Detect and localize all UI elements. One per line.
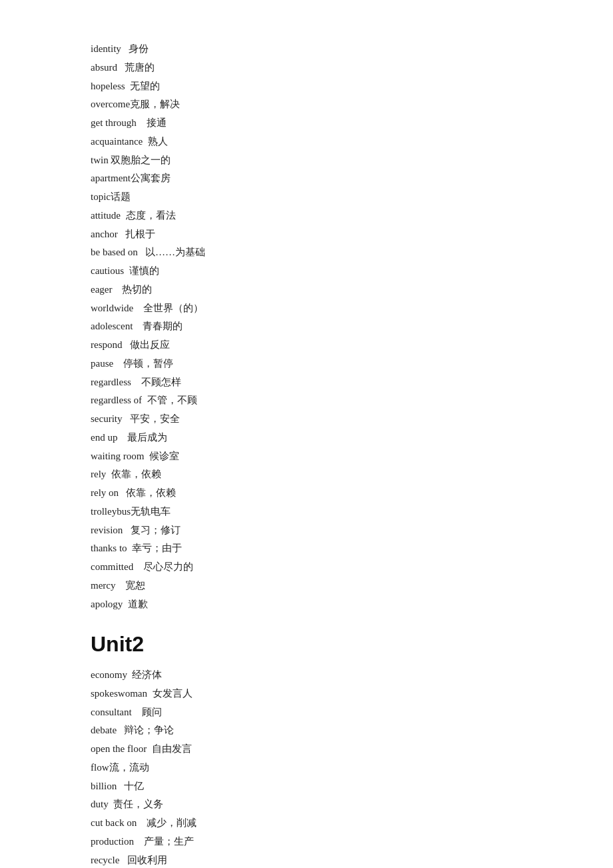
vocab-item: thanks to 幸亏；由于 [91,539,560,558]
vocab-item: recycle 回收利用 [91,851,560,868]
vocab-item: billion 十亿 [91,777,560,796]
vocab-item: attitude 态度，看法 [91,207,560,225]
vocab-item: waiting room 候诊室 [91,447,560,466]
vocab-item: consultant 顾问 [91,703,560,722]
vocab-item: security 平安，安全 [91,410,560,429]
vocab-item: respond 做出反应 [91,336,560,355]
vocab-item: end up 最后成为 [91,429,560,447]
vocab-item: spokeswoman 女发言人 [91,685,560,703]
vocab-item: rely on 依靠，依赖 [91,484,560,503]
vocab-item: committed 尽心尽力的 [91,558,560,577]
vocab-item: cut back on 减少，削减 [91,814,560,833]
vocab-item: get through 接通 [91,114,560,133]
vocab-item: hopeless 无望的 [91,77,560,96]
vocab-item: regardless of 不管，不顾 [91,391,560,410]
vocab-item: apartment公寓套房 [91,169,560,188]
vocab-item: regardless 不顾怎样 [91,373,560,392]
vocab-item: trolleybus无轨电车 [91,503,560,521]
vocab-item: identity 身份 [91,40,560,59]
vocab-item: economy 经济体 [91,666,560,685]
vocab-item: debate 辩论；争论 [91,721,560,740]
vocab-item: duty 责任，义务 [91,795,560,814]
vocab-item: pause 停顿，暂停 [91,355,560,373]
unit2-vocab-list: economy 经济体spokeswoman 女发言人consultant 顾问… [91,666,560,868]
unit2-heading: Unit2 [91,629,560,659]
vocab-item: worldwide 全世界（的） [91,299,560,318]
vocab-item: production 产量；生产 [91,833,560,851]
vocab-item: be based on 以……为基础 [91,243,560,262]
vocab-item: rely 依靠，依赖 [91,465,560,484]
vocab-item: topic话题 [91,188,560,207]
unit1-vocab-list: identity 身份absurd 荒唐的hopeless 无望的overcom… [91,40,560,613]
vocab-item: acquaintance 熟人 [91,133,560,151]
vocab-item: eager 热切的 [91,281,560,299]
vocab-item: mercy 宽恕 [91,577,560,595]
vocab-item: cautious 谨慎的 [91,262,560,281]
vocab-item: anchor 扎根于 [91,225,560,244]
vocab-item: absurd 荒唐的 [91,59,560,77]
vocab-item: adolescent 青春期的 [91,317,560,336]
vocab-item: overcome克服，解决 [91,95,560,114]
vocab-item: flow流，流动 [91,759,560,777]
vocab-item: apology 道歉 [91,595,560,614]
vocab-item: revision 复习；修订 [91,521,560,540]
vocab-item: twin 双胞胎之一的 [91,151,560,170]
vocab-item: open the floor 自由发言 [91,740,560,759]
